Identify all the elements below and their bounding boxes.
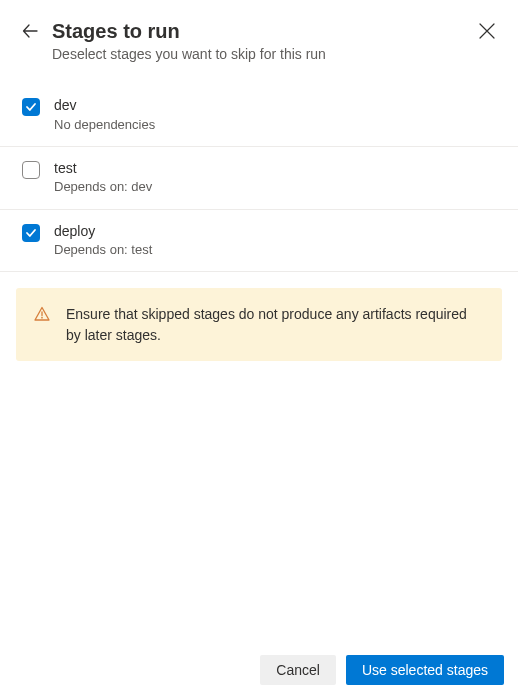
- stage-checkbox-dev[interactable]: [22, 98, 40, 116]
- stage-dependency: Depends on: test: [54, 241, 496, 259]
- back-arrow-icon: [22, 23, 38, 39]
- stage-checkbox-deploy[interactable]: [22, 224, 40, 242]
- stage-info: deploy Depends on: test: [54, 222, 496, 260]
- stage-row-test[interactable]: test Depends on: dev: [0, 147, 518, 210]
- spacer: [0, 361, 518, 645]
- stage-dependency: No dependencies: [54, 116, 496, 134]
- dialog-subtitle: Deselect stages you want to skip for thi…: [52, 46, 464, 62]
- stage-info: dev No dependencies: [54, 96, 496, 134]
- stage-info: test Depends on: dev: [54, 159, 496, 197]
- header-text: Stages to run Deselect stages you want t…: [52, 18, 464, 62]
- use-selected-stages-button[interactable]: Use selected stages: [346, 655, 504, 685]
- stage-row-deploy[interactable]: deploy Depends on: test: [0, 210, 518, 273]
- warning-banner: Ensure that skipped stages do not produc…: [16, 288, 502, 361]
- stage-name: deploy: [54, 222, 496, 242]
- stage-dependency: Depends on: dev: [54, 178, 496, 196]
- stage-row-dev[interactable]: dev No dependencies: [0, 84, 518, 147]
- dialog-header: Stages to run Deselect stages you want t…: [0, 0, 518, 76]
- stage-name: dev: [54, 96, 496, 116]
- dialog-title: Stages to run: [52, 18, 464, 44]
- close-icon: [478, 22, 496, 40]
- check-icon: [25, 227, 37, 239]
- stage-list: dev No dependencies test Depends on: dev…: [0, 84, 518, 272]
- check-icon: [25, 101, 37, 113]
- dialog-footer: Cancel Use selected stages: [0, 645, 518, 699]
- close-button[interactable]: [478, 22, 496, 40]
- svg-point-1: [41, 317, 43, 319]
- back-button[interactable]: [22, 23, 38, 39]
- stage-name: test: [54, 159, 496, 179]
- cancel-button[interactable]: Cancel: [260, 655, 336, 685]
- stage-checkbox-test[interactable]: [22, 161, 40, 179]
- warning-triangle-icon: [34, 306, 50, 322]
- warning-text: Ensure that skipped stages do not produc…: [66, 304, 484, 345]
